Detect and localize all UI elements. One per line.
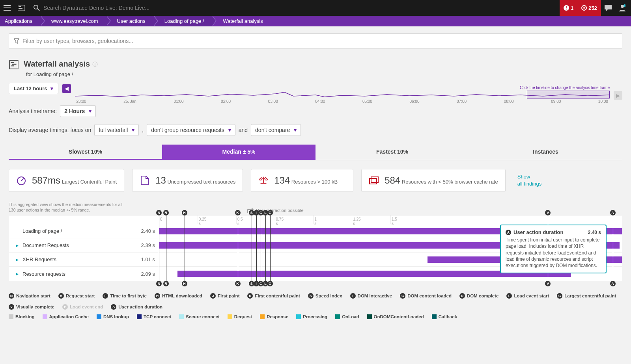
timeline-tick: 25. Jan	[123, 99, 136, 104]
legend-color-item: TCP connect	[137, 314, 171, 319]
timeline-tick: 01:00	[174, 99, 184, 104]
legend-milestone-item: LLoad event start	[506, 293, 549, 299]
time-range-dropdown[interactable]: Last 12 hours▾	[9, 83, 58, 94]
legend-milestone-item: SSpeed index	[308, 293, 342, 299]
compare-dropdown[interactable]: don't compare▾	[251, 124, 301, 136]
legend-milestone-item: VVisually complete	[9, 304, 54, 310]
waterfall-row-time: 2.40 s	[135, 228, 159, 234]
timeline-next-button: ▶	[614, 91, 622, 100]
waterfall-row-time: 2.39 s	[135, 242, 159, 248]
hamburger-icon[interactable]	[2, 2, 13, 13]
legend-milestone-item: FTime to first byte	[103, 293, 146, 299]
milestone-marker-N[interactable]: N	[156, 281, 162, 286]
svg-point-3	[34, 5, 38, 9]
waterfall-row-label: XHR Requests	[22, 256, 56, 262]
global-search-input[interactable]	[43, 5, 201, 11]
layers-icon	[369, 175, 379, 186]
tab-slowest-10-[interactable]: Slowest 10%	[9, 145, 162, 160]
svg-text:i: i	[95, 62, 96, 67]
svg-text:!: !	[566, 6, 567, 10]
svg-rect-2	[19, 8, 22, 9]
breadcrumb-item[interactable]: Loading of page /	[153, 16, 212, 26]
grouping-dropdown[interactable]: don't group resource requests▾	[147, 124, 235, 136]
milestone-marker-R[interactable]: R	[163, 210, 169, 215]
legend-color-item: Secure connect	[179, 314, 220, 319]
tab-instances[interactable]: Instances	[469, 145, 622, 160]
marker-tooltip: AUser action duration 2.40 s Time spent …	[500, 225, 607, 273]
finding-card[interactable]: 587ms Largest Contentful Paint	[9, 169, 124, 192]
svg-point-9	[621, 5, 624, 8]
legend-milestone-item: IDOM interactive	[350, 293, 392, 299]
svg-point-7	[583, 7, 585, 9]
timeline-tick: 02:00	[221, 99, 231, 104]
breadcrumb-item[interactable]: www.easytravel.com	[40, 16, 106, 26]
svg-rect-12	[11, 62, 14, 63]
milestone-marker-V[interactable]: V	[545, 210, 551, 215]
legend-color-item: OnLoad	[335, 314, 359, 319]
waterfall-note: This aggregated view shows the median me…	[9, 202, 127, 213]
milestone-marker-N[interactable]: N	[156, 210, 162, 215]
legend-color-item: Processing	[296, 314, 327, 319]
chevron-down-icon: ▾	[50, 85, 53, 91]
timeline-tick: 09:00	[551, 99, 561, 104]
dashboard-icon[interactable]	[16, 2, 27, 13]
filter-icon	[14, 38, 19, 44]
timeline-prev-button[interactable]: ◀	[62, 84, 71, 93]
waterfall-row-label: Document Requests	[22, 242, 69, 248]
breadcrumb-item[interactable]: User actions	[106, 16, 153, 26]
problems-badge[interactable]: 252	[577, 0, 601, 16]
legend-milestone-item: HHTML downloaded	[155, 293, 202, 299]
filter-bar[interactable]: Filter by user types, browsers, geolocat…	[9, 33, 622, 48]
timeline-chart[interactable]: Click the timeline to change the analysi…	[75, 85, 610, 100]
tab-median-5-[interactable]: Median ± 5%	[162, 145, 316, 160]
filter-placeholder: Filter by user types, browsers, geolocat…	[22, 38, 133, 44]
analysis-timeframe-label: Analysis timeframe:	[9, 108, 57, 114]
analysis-timeframe-dropdown[interactable]: 2 Hours▾	[60, 105, 96, 117]
timeline-tick: 06:00	[409, 99, 419, 104]
milestone-marker-R[interactable]: R	[163, 281, 169, 286]
info-icon[interactable]: i	[92, 61, 98, 67]
milestone-marker-K[interactable]: K	[235, 210, 241, 215]
legend-milestone-item: DDOM complete	[459, 293, 499, 299]
page-subtitle: for Loading of page /	[26, 71, 622, 77]
waterfall-row-label: Loading of page /	[22, 228, 62, 234]
milestone-marker-G[interactable]: G	[267, 210, 273, 215]
milestone-marker-H[interactable]: H	[182, 210, 187, 215]
expand-icon[interactable]: ▸	[16, 243, 20, 248]
expand-icon[interactable]: ▸	[16, 271, 20, 277]
svg-rect-18	[370, 178, 377, 184]
breadcrumb-item[interactable]: Applications	[0, 16, 40, 26]
timeline-tick: 04:00	[315, 99, 325, 104]
chat-icon[interactable]	[601, 0, 615, 16]
timeline-tick: 07:00	[457, 99, 467, 104]
milestone-marker-G[interactable]: G	[267, 281, 273, 286]
legend-milestone-item: KFirst contentful paint	[247, 293, 300, 299]
svg-rect-14	[11, 65, 14, 66]
timeline-tick: 23:00	[77, 99, 86, 104]
milestone-marker-A[interactable]: A	[610, 210, 616, 215]
timeline-tick: 08:00	[504, 99, 514, 104]
milestone-marker-H[interactable]: H	[182, 281, 187, 286]
show-all-findings-link[interactable]: Showall findings	[517, 173, 541, 188]
timeline-tick: 05:00	[362, 99, 372, 104]
finding-card[interactable]: 13 Uncompressed text resources	[132, 169, 243, 192]
finding-card[interactable]: 134 Resources > 100 kB	[251, 169, 353, 192]
tab-fastest-10-[interactable]: Fastest 10%	[316, 145, 469, 160]
milestone-marker-V[interactable]: V	[545, 281, 551, 286]
display-timings-label: Display average timings, focus on	[9, 127, 91, 133]
search-icon[interactable]	[33, 4, 40, 11]
expand-icon[interactable]: ▸	[16, 257, 20, 262]
milestone-marker-A[interactable]: A	[610, 281, 616, 286]
waterfall-scope-dropdown[interactable]: full waterfall▾	[94, 124, 139, 136]
breadcrumb-item[interactable]: Waterfall analysis	[212, 16, 271, 26]
timeline-selection[interactable]	[527, 91, 610, 98]
legend-milestone-item: JFirst paint	[210, 293, 240, 299]
finding-card[interactable]: 584 Resources with < 50% browser cache r…	[361, 169, 506, 192]
user-icon[interactable]	[615, 0, 629, 16]
legend-color-item: OnDOMContentLoaded	[367, 314, 424, 319]
milestone-legend: NNavigation startRRequest startFTime to …	[9, 293, 622, 310]
legend-milestone-item: GLargest contentful paint	[557, 293, 616, 299]
milestone-marker-K[interactable]: K	[235, 281, 241, 286]
alerts-badge[interactable]: !1	[560, 0, 577, 16]
document-icon	[140, 175, 150, 186]
